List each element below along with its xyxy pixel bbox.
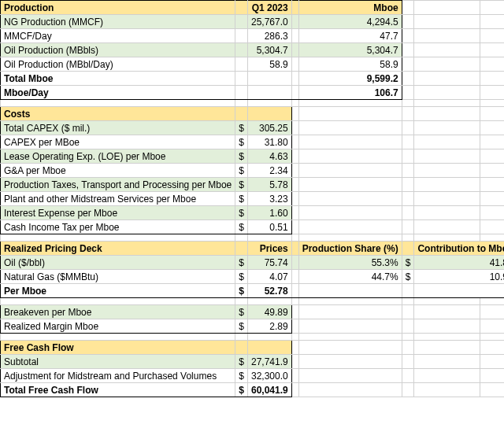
- cell-value: 305.25: [247, 121, 291, 135]
- currency-symbol: $: [235, 284, 248, 298]
- currency-symbol: $: [235, 178, 248, 192]
- table-row: Realized Margin Mboe $ 2.89: [1, 319, 505, 334]
- cell-value: 2.89: [247, 319, 291, 334]
- fcf-header-row: Free Cash Flow: [1, 341, 505, 355]
- row-label: Interest Expense per Mboe: [1, 206, 235, 220]
- row-label: Subtotal: [1, 355, 235, 369]
- cell-value: 5,304.7: [298, 43, 402, 57]
- table-row: MMCF/Day 286.3 47.7: [1, 29, 505, 43]
- currency-symbol: $: [235, 121, 248, 135]
- row-label: Total CAPEX ($ mil.): [1, 121, 235, 135]
- cell-value: 41.86: [414, 256, 504, 270]
- production-header-row: Production Q1 2023 Mboe: [1, 1, 505, 15]
- currency-symbol: $: [235, 319, 248, 334]
- cell-value: 32,300.0: [247, 369, 291, 383]
- cell-value: 55.3%: [298, 256, 402, 270]
- table-row: CAPEX per MBoe $ 31.80: [1, 135, 505, 149]
- col-mboe: Mboe: [298, 1, 402, 15]
- currency-symbol: $: [235, 135, 248, 149]
- pricing-header-row: Realized Pricing Deck Prices Production …: [1, 242, 505, 256]
- cell-value: 25,767.0: [247, 15, 291, 29]
- row-label: Mboe/Day: [1, 86, 235, 100]
- row-label: G&A per Mboe: [1, 164, 235, 178]
- table-row: Interest Expense per Mboe $ 1.60: [1, 206, 505, 220]
- currency-symbol: $: [402, 270, 414, 284]
- row-label: Oil ($/bbl): [1, 256, 235, 270]
- row-label: Plant and other Midstream Services per M…: [1, 192, 235, 206]
- currency-symbol: $: [235, 270, 248, 284]
- cell-value: 47.7: [298, 29, 402, 43]
- currency-symbol: $: [235, 355, 248, 369]
- row-label: Oil Production (MBbls): [1, 43, 235, 57]
- cell-value: 58.9: [298, 57, 402, 72]
- costs-header-row: Costs: [1, 107, 505, 121]
- cell-value: 52.78: [247, 284, 291, 298]
- cell-value: 75.74: [247, 256, 291, 270]
- row-label: NG Production (MMCF): [1, 15, 235, 29]
- production-title: Production: [1, 1, 235, 15]
- cell-value: 10.93: [414, 270, 504, 284]
- cell-value: 60,041.9: [247, 383, 291, 397]
- row-label: Per Mboe: [1, 284, 235, 298]
- spreadsheet: Production Q1 2023 Mboe NG Production (M…: [0, 0, 504, 397]
- table-row: Total CAPEX ($ mil.) $ 305.25: [1, 121, 505, 135]
- currency-symbol: $: [235, 383, 248, 397]
- table-row: Plant and other Midstream Services per M…: [1, 192, 505, 206]
- table-row: Production Taxes, Transport and Processi…: [1, 178, 505, 192]
- row-label: MMCF/Day: [1, 29, 235, 43]
- table-row: G&A per Mboe $ 2.34: [1, 164, 505, 178]
- cell-value: 106.7: [298, 86, 402, 100]
- table-row: Per Mboe $ 52.78: [1, 284, 505, 298]
- cell-value: 4.07: [247, 270, 291, 284]
- table-row: Adjustment for Midstream and Purchased V…: [1, 369, 505, 383]
- row-label: Production Taxes, Transport and Processi…: [1, 178, 235, 192]
- table-row: Lease Operating Exp. (LOE) per Mboe $ 4.…: [1, 149, 505, 164]
- cell-value: 58.9: [247, 57, 291, 72]
- table-row: Subtotal $ 27,741.9: [1, 355, 505, 369]
- row-label: Oil Production (MBbl/Day): [1, 57, 235, 72]
- fcf-title: Free Cash Flow: [1, 341, 235, 355]
- row-label: Total Free Cash Flow: [1, 383, 235, 397]
- table-row: Natural Gas ($MMBtu) $ 4.07 44.7% $ 10.9…: [1, 270, 505, 284]
- table-row: Total Free Cash Flow $ 60,041.9: [1, 383, 505, 397]
- row-label: Realized Margin Mboe: [1, 319, 235, 334]
- currency-symbol: $: [235, 220, 248, 234]
- row-label: Total Mboe: [1, 72, 235, 86]
- costs-title: Costs: [1, 107, 235, 121]
- cell-value: 286.3: [247, 29, 291, 43]
- currency-symbol: $: [235, 305, 248, 319]
- currency-symbol: $: [235, 206, 248, 220]
- col-prices: Prices: [247, 242, 291, 256]
- pricing-title: Realized Pricing Deck: [1, 242, 235, 256]
- table-row: Oil Production (MBbls) 5,304.7 5,304.7: [1, 43, 505, 57]
- cell-value: 3.23: [247, 192, 291, 206]
- table-row: Oil ($/bbl) $ 75.74 55.3% $ 41.86: [1, 256, 505, 270]
- currency-symbol: $: [235, 149, 248, 164]
- col-contrib: Contribution to Mboe: [414, 242, 504, 256]
- row-label: Adjustment for Midstream and Purchased V…: [1, 369, 235, 383]
- cell-value: 9,599.2: [298, 72, 402, 86]
- cell-value: 49.89: [247, 305, 291, 319]
- row-label: Natural Gas ($MMBtu): [1, 270, 235, 284]
- cell-value: 44.7%: [298, 270, 402, 284]
- table-row: Oil Production (MBbl/Day) 58.9 58.9: [1, 57, 505, 72]
- cell-value: 31.80: [247, 135, 291, 149]
- row-label: CAPEX per MBoe: [1, 135, 235, 149]
- currency-symbol: $: [235, 192, 248, 206]
- currency-symbol: $: [235, 369, 248, 383]
- cell-value: 1.60: [247, 206, 291, 220]
- col-q1-2023: Q1 2023: [247, 1, 291, 15]
- table-row: Breakeven per Mboe $ 49.89: [1, 305, 505, 319]
- currency-symbol: $: [235, 256, 248, 270]
- cell-value: 5.78: [247, 178, 291, 192]
- col-share: Production Share (%): [298, 242, 402, 256]
- table-row: Mboe/Day 106.7: [1, 86, 505, 100]
- row-label: Cash Income Tax per Mboe: [1, 220, 235, 234]
- cell-value: 4,294.5: [298, 15, 402, 29]
- cell-value: 5,304.7: [247, 43, 291, 57]
- currency-symbol: $: [235, 164, 248, 178]
- table-row: Total Mboe 9,599.2: [1, 72, 505, 86]
- table-row: NG Production (MMCF) 25,767.0 4,294.5: [1, 15, 505, 29]
- cell-value: 4.63: [247, 149, 291, 164]
- cell-value: 27,741.9: [247, 355, 291, 369]
